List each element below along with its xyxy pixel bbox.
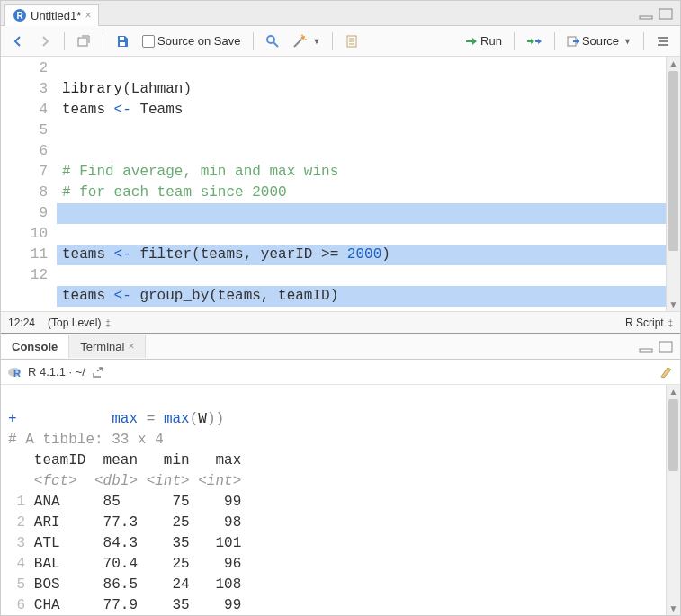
source-on-save-toggle[interactable]: Source on Save (138, 31, 246, 50)
compile-report-button[interactable] (340, 31, 363, 51)
svg-rect-25 (640, 349, 652, 352)
svg-line-9 (294, 40, 301, 47)
svg-rect-2 (640, 16, 652, 19)
svg-rect-4 (78, 38, 87, 46)
tab-terminal[interactable]: Terminal× (69, 335, 146, 358)
svg-point-10 (303, 36, 305, 38)
minimize-pane-icon[interactable] (639, 6, 653, 21)
tibble-header: # A tibble: 33 x 4 (8, 432, 164, 448)
forward-nav-button[interactable] (33, 31, 57, 51)
r-logo-icon: R (8, 365, 22, 379)
column-types: <fct> <dbl> <int> <int> (8, 473, 241, 489)
show-in-new-window-button[interactable] (72, 31, 95, 51)
table-row: 1 ANA 85 75 99 (8, 494, 241, 510)
popout-icon[interactable] (91, 365, 105, 379)
svg-text:R: R (13, 368, 21, 379)
r-file-icon: R (13, 8, 27, 22)
tab-console[interactable]: Console (1, 335, 69, 358)
minimize-pane-icon[interactable] (639, 339, 653, 353)
editor-toolbar: Source on Save ▼ Run Source▼ (1, 26, 680, 57)
run-label: Run (480, 34, 502, 48)
svg-rect-3 (659, 9, 672, 19)
svg-rect-6 (120, 42, 125, 46)
close-icon[interactable]: × (128, 340, 134, 353)
file-tab[interactable]: R Untitled1* × (4, 4, 99, 26)
svg-point-12 (301, 34, 303, 36)
table-row: 5 BOS 86.5 24 108 (8, 576, 241, 593)
svg-line-8 (273, 42, 278, 47)
file-tab-title: Untitled1* (31, 9, 81, 22)
svg-rect-5 (120, 37, 124, 40)
editor-status-bar: 12:24 (Top Level) ‡ R Script ‡ (1, 311, 680, 333)
console-header: R R 4.1.1 · ~/ (1, 360, 680, 385)
maximize-pane-icon[interactable] (659, 6, 673, 21)
table-row: 6 CHA 77.9 35 99 (8, 597, 241, 613)
code-area[interactable]: library(Lahman) teams <- Teams # Find av… (57, 57, 666, 311)
r-version-text: R 4.1.1 · ~/ (28, 365, 85, 379)
svg-rect-26 (659, 342, 672, 352)
close-icon[interactable]: × (85, 9, 91, 22)
file-type-selector[interactable]: R Script ‡ (625, 317, 673, 329)
source-button[interactable]: Source▼ (562, 31, 636, 50)
column-header: teamID mean min max (8, 452, 241, 469)
checkbox-icon (142, 35, 155, 48)
rerun-button[interactable] (522, 32, 547, 50)
outline-button[interactable] (651, 31, 675, 51)
back-nav-button[interactable] (6, 31, 30, 51)
maximize-pane-icon[interactable] (659, 339, 673, 353)
clear-console-icon[interactable] (659, 365, 673, 379)
svg-point-7 (267, 36, 274, 43)
source-label: Source (582, 34, 619, 48)
console-scrollbar[interactable]: ▲ ▼ (666, 385, 680, 615)
table-row: 2 ARI 77.3 25 98 (8, 514, 241, 531)
scope-selector[interactable]: (Top Level) ‡ (48, 317, 111, 329)
find-button[interactable] (261, 31, 284, 51)
svg-point-11 (305, 39, 307, 40)
save-button[interactable] (111, 31, 134, 51)
console-output[interactable]: + max = max(W)) # A tibble: 33 x 4 teamI… (1, 385, 666, 615)
table-row: 3 ATL 84.3 35 101 (8, 535, 241, 551)
code-editor[interactable]: 2 3 4 5 6 7 8 9 10 11 12 library(Lahman)… (1, 57, 680, 311)
run-button[interactable]: Run (461, 31, 506, 50)
editor-scrollbar[interactable]: ▲ ▼ (666, 57, 680, 311)
cursor-position: 12:24 (8, 317, 35, 329)
table-row: 4 BAL 70.4 25 96 (8, 556, 241, 572)
editor-tab-bar: R Untitled1* × (1, 1, 680, 26)
line-gutter: 2 3 4 5 6 7 8 9 10 11 12 (1, 57, 57, 311)
code-tools-button[interactable]: ▼ (288, 31, 326, 51)
svg-text:R: R (16, 11, 23, 21)
source-on-save-label: Source on Save (157, 34, 241, 48)
console-tab-bar: Console Terminal× (1, 333, 680, 360)
